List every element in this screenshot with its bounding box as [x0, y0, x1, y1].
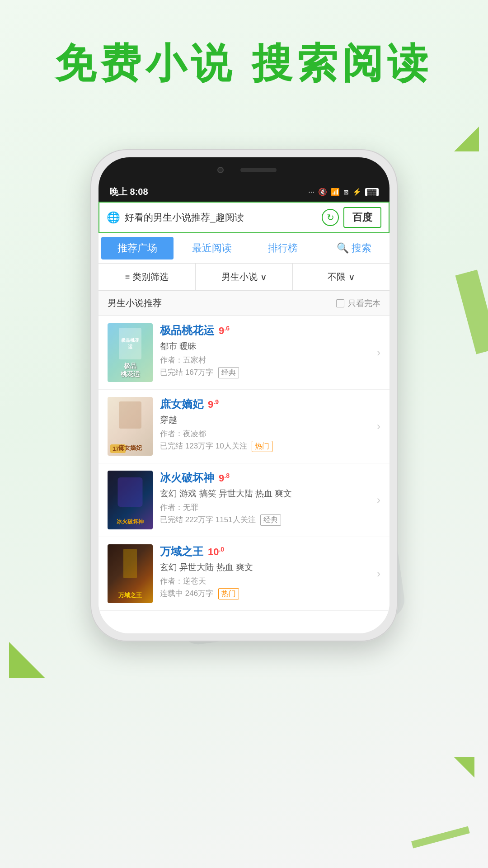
book-genre-2: 穿越	[160, 414, 380, 426]
browser-bar[interactable]: 🌐 好看的男生小说推荐_趣阅读 ↻ 百度	[99, 202, 389, 233]
book-item-1[interactable]: 极品桃花运 极品桃花运 9.6 都市 暖昧 作者：五家村 已完结 167万字 经…	[99, 316, 389, 390]
status-icons: ··· 🔇 📶 ⊠ ⚡ ▓▓	[308, 188, 379, 196]
section-title: 男生小说推荐	[108, 297, 162, 309]
filter-bar: ≡ 类别筛选 男生小说 ∨ 不限 ∨	[99, 264, 389, 291]
book-item-2[interactable]: 17K 庶女嫡妃 9.9 穿越 作者：夜凌都 已完结 123万字 10人关注 热…	[99, 390, 389, 463]
book-info-4: 万域之王 10.0 玄幻 异世大陆 热血 爽文 作者：逆苍天 连载中 246万字…	[160, 544, 380, 603]
tab-recent[interactable]: 最近阅读	[176, 234, 247, 262]
search-icon: 🔍	[337, 242, 349, 254]
nav-tabs: 推荐广场 最近阅读 排行榜 🔍 搜索	[99, 233, 389, 264]
tab-search[interactable]: 🔍 搜索	[319, 234, 389, 262]
book-author-2: 作者：夜凌都	[160, 429, 380, 439]
battery-bar: ▓▓	[365, 188, 379, 196]
front-camera	[217, 167, 224, 173]
book-title-text-3: 冰火破坏神	[160, 471, 214, 485]
phone-notch	[99, 157, 389, 182]
deco-triangle-left	[9, 642, 45, 678]
book-tag-4: 热门	[218, 588, 239, 599]
chevron-down-icon: ∨	[260, 272, 267, 283]
menu-icon: ≡	[125, 272, 130, 282]
phone-mockup: 晚上 8:08 ··· 🔇 📶 ⊠ ⚡ ▓▓ 🌐 好看的男生小说推荐_趣阅读 ↻…	[90, 149, 398, 642]
phone-inner: 晚上 8:08 ··· 🔇 📶 ⊠ ⚡ ▓▓ 🌐 好看的男生小说推荐_趣阅读 ↻…	[99, 157, 389, 633]
phone-bottom	[99, 611, 389, 633]
section-header: 男生小说推荐 只看完本	[99, 291, 389, 316]
wifi-icon: 📶	[331, 188, 340, 196]
book-info-3: 冰火破坏神 9.8 玄幻 游戏 搞笑 异世大陆 热血 爽文 作者：无罪 已完结 …	[160, 471, 380, 529]
book-item-4[interactable]: 万域之王 10.0 玄幻 异世大陆 热血 爽文 作者：逆苍天 连载中 246万字…	[99, 537, 389, 611]
book-info-1: 极品桃花运 9.6 都市 暖昧 作者：五家村 已完结 167万字 经典	[160, 323, 380, 382]
status-bar: 晚上 8:08 ··· 🔇 📶 ⊠ ⚡ ▓▓	[99, 182, 389, 202]
book-rating-3: 9.8	[219, 472, 230, 484]
book-tag-1: 经典	[218, 367, 239, 378]
arrow-icon-1: ›	[377, 346, 380, 359]
book-title-row-1: 极品桃花运 9.6	[160, 323, 380, 338]
book-stats-1: 已完结 167万字 经典	[160, 367, 380, 378]
book-genre-4: 玄幻 异世大陆 热血 爽文	[160, 561, 380, 573]
book-item-3[interactable]: 冰火破坏神 9.8 玄幻 游戏 搞笑 异世大陆 热血 爽文 作者：无罪 已完结 …	[99, 463, 389, 537]
filter-limit[interactable]: 不限 ∨	[293, 264, 389, 290]
book-stats-4: 连载中 246万字 热门	[160, 588, 380, 599]
checkbox-icon[interactable]	[336, 299, 344, 307]
book-rating-4: 10.0	[208, 546, 224, 558]
book-cover-4	[108, 544, 153, 603]
arrow-icon-4: ›	[377, 567, 380, 580]
speaker	[240, 168, 277, 172]
arrow-icon-2: ›	[377, 420, 380, 433]
deco-triangle-top-right	[454, 127, 479, 151]
book-author-4: 作者：逆苍天	[160, 576, 380, 586]
book-stats-3: 已完结 222万字 1151人关注 经典	[160, 514, 380, 526]
battery-icon: ⚡	[352, 188, 361, 196]
filter-gender[interactable]: 男生小说 ∨	[196, 264, 293, 290]
baidu-button[interactable]: 百度	[343, 207, 381, 228]
book-title-text-2: 庶女嫡妃	[160, 397, 203, 411]
refresh-icon: ↻	[327, 212, 334, 223]
tab-rank[interactable]: 排行榜	[247, 234, 318, 262]
book-cover-2: 17K	[108, 397, 153, 456]
book-tag-3: 经典	[260, 514, 281, 526]
book-info-2: 庶女嫡妃 9.9 穿越 作者：夜凌都 已完结 123万字 10人关注 热门	[160, 397, 380, 456]
globe-icon: 🌐	[107, 211, 120, 224]
deco-stripe-top-right	[455, 270, 488, 354]
refresh-button[interactable]: ↻	[322, 209, 339, 226]
book-cover-1: 极品桃花运	[108, 323, 153, 382]
sim-icon: ⊠	[343, 189, 349, 196]
deco-triangle-bottom-right	[454, 757, 474, 778]
book-genre-3: 玄幻 游戏 搞笑 异世大陆 热血 爽文	[160, 488, 380, 500]
book-title-text-1: 极品桃花运	[160, 323, 214, 338]
deco-stripe-bottom-right	[411, 826, 470, 848]
book-author-1: 作者：五家村	[160, 355, 380, 365]
book-list: 极品桃花运 极品桃花运 9.6 都市 暖昧 作者：五家村 已完结 167万字 经…	[99, 316, 389, 611]
book-stats-2: 已完结 123万字 10人关注 热门	[160, 441, 380, 452]
book-cover-3	[108, 471, 153, 529]
book-author-3: 作者：无罪	[160, 502, 380, 513]
book-genre-1: 都市 暖昧	[160, 340, 380, 352]
arrow-icon-3: ›	[377, 494, 380, 506]
book-tag-2: 热门	[252, 441, 272, 452]
badge-17k: 17K	[110, 444, 126, 453]
book-rating-1: 9.6	[219, 325, 230, 337]
hero-title: 免费小说 搜索阅读	[0, 36, 488, 91]
chevron-down-icon-2: ∨	[348, 272, 355, 283]
mute-icon: 🔇	[318, 188, 327, 196]
book-title-row-2: 庶女嫡妃 9.9	[160, 397, 380, 411]
filter-category[interactable]: ≡ 类别筛选	[99, 264, 196, 290]
book-title-text-4: 万域之王	[160, 544, 203, 559]
signal-icon: ···	[308, 188, 314, 196]
phone-outer: 晚上 8:08 ··· 🔇 📶 ⊠ ⚡ ▓▓ 🌐 好看的男生小说推荐_趣阅读 ↻…	[90, 149, 398, 642]
url-text[interactable]: 好看的男生小说推荐_趣阅读	[125, 211, 317, 224]
tab-recommend[interactable]: 推荐广场	[101, 237, 174, 259]
book-title-row-4: 万域之王 10.0	[160, 544, 380, 559]
status-time: 晚上 8:08	[109, 186, 148, 198]
complete-filter[interactable]: 只看完本	[336, 298, 380, 309]
book-title-row-3: 冰火破坏神 9.8	[160, 471, 380, 485]
book-rating-2: 9.9	[208, 398, 219, 410]
